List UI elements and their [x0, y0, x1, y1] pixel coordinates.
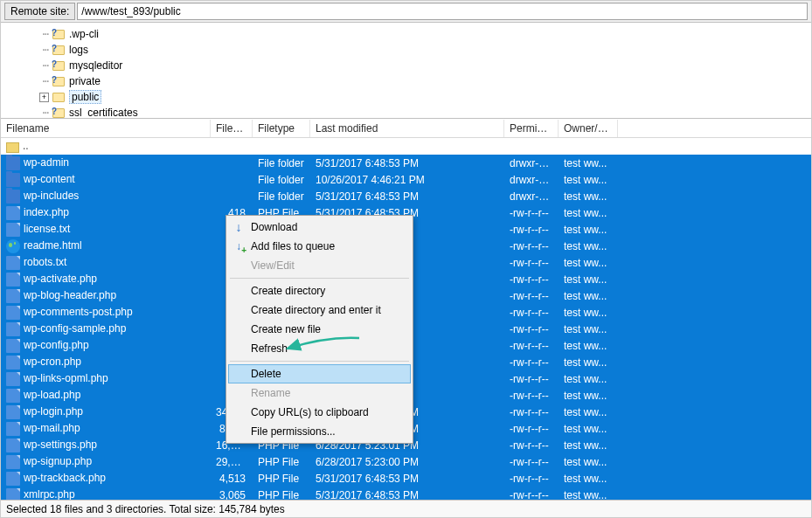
file-owner-cell: test ww... — [559, 155, 618, 171]
file-icon — [6, 256, 20, 270]
file-icon — [6, 322, 20, 336]
file-owner-cell: test ww... — [559, 189, 618, 204]
add-queue-icon: ↓ — [232, 239, 246, 253]
file-name-label: wp-cron.php — [24, 356, 81, 368]
file-owner-cell: test ww... — [559, 454, 618, 470]
col-owner[interactable]: Owner/G... — [559, 120, 618, 137]
ctx-create-dir[interactable]: Create directory — [228, 281, 411, 300]
tree-node[interactable]: ⋯private — [18, 73, 811, 89]
ctx-refresh[interactable]: Refresh — [228, 339, 411, 358]
file-icon — [6, 223, 20, 237]
file-owner-cell: test ww... — [559, 338, 618, 354]
file-owner-cell: test ww... — [559, 471, 618, 487]
remote-site-input[interactable] — [77, 3, 808, 20]
file-modified-cell: 6/28/2017 5:23:00 PM — [310, 454, 504, 470]
file-name-label: wp-login.php — [24, 405, 83, 418]
tree-connector-icon: ⋯ — [18, 59, 52, 72]
ctx-add-queue[interactable]: ↓ Add files to queue — [228, 237, 411, 256]
file-row[interactable]: wp-trackback.php4,513PHP File5/31/2017 6… — [1, 470, 811, 487]
file-name-label: wp-blog-header.php — [24, 289, 116, 301]
file-modified-cell: 5/31/2017 6:48:53 PM — [310, 487, 504, 501]
ctx-copy-url[interactable]: Copy URL(s) to clipboard — [228, 403, 411, 422]
file-row[interactable]: wp-adminFile folder5/31/2017 6:48:53 PMd… — [1, 155, 811, 171]
ctx-create-file[interactable]: Create new file — [228, 320, 411, 339]
col-permissions[interactable]: Permissi... — [504, 120, 559, 137]
file-permissions-cell: -rw-r--r-- — [504, 421, 559, 437]
parent-dir-row[interactable]: .. — [1, 138, 811, 155]
tree-node[interactable]: ⋯.wp-cli — [18, 26, 811, 42]
tree-node-label: public — [69, 90, 101, 104]
remote-address-bar: Remote site: — [1, 1, 811, 23]
ctx-delete[interactable]: Delete — [228, 364, 411, 383]
file-permissions-cell: -rw-r--r-- — [504, 222, 559, 238]
folder-icon — [52, 90, 66, 104]
file-list-header: Filename Filesize Filetype Last modified… — [1, 119, 811, 138]
ctx-view-edit: View/Edit — [228, 256, 411, 275]
file-row[interactable]: xmlrpc.php3,065PHP File5/31/2017 6:48:53… — [1, 487, 811, 501]
file-size-cell: 3,065 — [211, 487, 253, 501]
file-icon — [6, 273, 20, 287]
globe-icon — [6, 239, 20, 253]
file-permissions-cell: -rw-r--r-- — [504, 438, 559, 453]
file-icon — [6, 455, 20, 469]
col-filename[interactable]: Filename — [1, 120, 211, 137]
file-owner-cell: test ww... — [559, 388, 618, 404]
col-modified[interactable]: Last modified — [310, 120, 504, 137]
tree-node[interactable]: ⋯logs — [18, 42, 811, 58]
ctx-download[interactable]: ↓ Download — [228, 218, 411, 237]
remote-tree[interactable]: ⋯.wp-cli⋯logs⋯mysqleditor⋯private⋯+publi… — [1, 23, 811, 119]
file-permissions-cell: -rw-r--r-- — [504, 255, 559, 271]
file-name-label: license.txt — [24, 223, 70, 235]
file-name-cell: xmlrpc.php — [1, 487, 211, 501]
file-size-cell: 4,513 — [211, 471, 253, 487]
file-name-cell: wp-config.php — [1, 337, 211, 355]
tree-expander-icon[interactable]: + — [39, 93, 49, 102]
file-size-cell — [211, 162, 253, 165]
file-icon — [6, 356, 20, 370]
ctx-create-dir-enter[interactable]: Create directory and enter it — [228, 300, 411, 320]
col-filetype[interactable]: Filetype — [253, 120, 310, 137]
file-name-cell: wp-settings.php — [1, 437, 211, 454]
file-name-cell: robots.txt — [1, 254, 211, 272]
file-name-label: wp-activate.php — [24, 273, 97, 285]
ctx-file-permissions-label: File permissions... — [251, 425, 336, 438]
file-name-label: robots.txt — [24, 256, 66, 268]
file-row[interactable]: wp-signup.php29,924PHP File6/28/2017 5:2… — [1, 453, 811, 470]
file-modified-cell: 5/31/2017 6:48:53 PM — [310, 471, 504, 487]
ctx-delete-label: Delete — [251, 368, 281, 380]
file-permissions-cell: -rw-r--r-- — [504, 454, 559, 470]
ctx-file-permissions[interactable]: File permissions... — [228, 422, 411, 441]
file-type-cell: PHP File — [253, 487, 310, 501]
ctx-separator — [230, 361, 409, 362]
ctx-create-dir-enter-label: Create directory and enter it — [251, 304, 381, 316]
file-row[interactable]: wp-contentFile folder10/26/2017 4:46:21 … — [1, 171, 811, 188]
folder-unknown-icon — [52, 43, 66, 57]
file-name-cell: readme.html — [1, 238, 211, 255]
file-row[interactable]: wp-includesFile folder5/31/2017 6:48:53 … — [1, 188, 811, 204]
file-icon — [6, 206, 20, 220]
file-name-cell: license.txt — [1, 221, 211, 238]
file-name-cell: wp-links-opml.php — [1, 370, 211, 388]
tree-node-label: logs — [69, 44, 88, 56]
file-name-label: wp-includes — [24, 190, 79, 202]
folder-unknown-icon — [52, 106, 66, 119]
parent-dir-label: .. — [23, 140, 29, 152]
tree-node[interactable]: ⋯+public — [18, 89, 811, 105]
file-modified-cell: 10/26/2017 4:46:21 PM — [310, 172, 504, 188]
file-name-label: index.php — [24, 206, 69, 218]
file-permissions-cell: -rw-r--r-- — [504, 487, 559, 501]
file-icon — [6, 405, 20, 419]
file-permissions-cell: -rw-r--r-- — [504, 288, 559, 304]
tree-node[interactable]: ⋯mysqleditor — [18, 58, 811, 73]
tree-node[interactable]: ⋯ssl_certificates — [18, 105, 811, 119]
col-filesize[interactable]: Filesize — [211, 120, 253, 137]
file-name-cell: wp-admin — [1, 155, 211, 172]
download-icon: ↓ — [232, 220, 246, 234]
file-name-label: wp-mail.php — [24, 422, 80, 434]
tree-node-label: mysqleditor — [69, 59, 122, 72]
file-name-label: wp-load.php — [24, 389, 80, 401]
folder-unknown-icon — [52, 59, 66, 73]
file-type-cell: PHP File — [253, 454, 310, 470]
file-owner-cell: test ww... — [559, 205, 618, 221]
file-modified-cell: 5/31/2017 6:48:53 PM — [310, 155, 504, 171]
